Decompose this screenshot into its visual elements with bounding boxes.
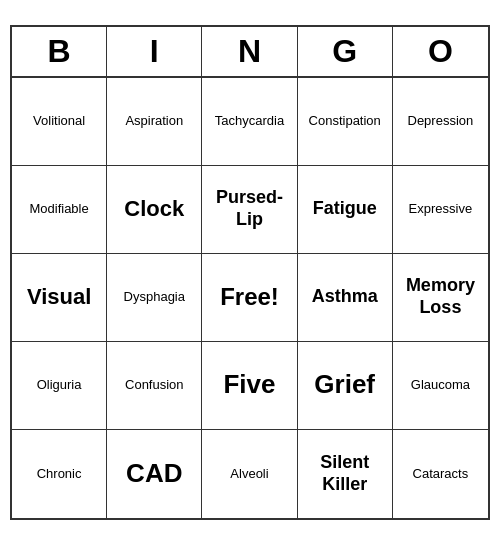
cell-text: Memory Loss xyxy=(397,275,484,318)
cell-text: Grief xyxy=(314,369,375,400)
bingo-cell: Alveoli xyxy=(202,430,297,518)
cell-text: CAD xyxy=(126,458,182,489)
cell-text: Chronic xyxy=(37,466,82,482)
bingo-cell: Dysphagia xyxy=(107,254,202,342)
cell-text: Five xyxy=(223,369,275,400)
bingo-cell: Cataracts xyxy=(393,430,488,518)
cell-text: Confusion xyxy=(125,377,184,393)
bingo-cell: Modifiable xyxy=(12,166,107,254)
bingo-cell: Grief xyxy=(298,342,393,430)
cell-text: Tachycardia xyxy=(215,113,284,129)
bingo-header: BINGO xyxy=(12,27,488,78)
header-letter: B xyxy=(12,27,107,76)
cell-text: Aspiration xyxy=(125,113,183,129)
cell-text: Visual xyxy=(27,284,91,310)
bingo-cell: Confusion xyxy=(107,342,202,430)
bingo-cell: Memory Loss xyxy=(393,254,488,342)
cell-text: Fatigue xyxy=(313,198,377,220)
bingo-cell: Pursed-Lip xyxy=(202,166,297,254)
header-letter: G xyxy=(298,27,393,76)
bingo-card: BINGO VolitionalAspirationTachycardiaCon… xyxy=(10,25,490,520)
bingo-cell: Depression xyxy=(393,78,488,166)
cell-text: Glaucoma xyxy=(411,377,470,393)
header-letter: I xyxy=(107,27,202,76)
bingo-cell: Volitional xyxy=(12,78,107,166)
header-letter: O xyxy=(393,27,488,76)
bingo-cell: Fatigue xyxy=(298,166,393,254)
cell-text: Oliguria xyxy=(37,377,82,393)
bingo-cell: Glaucoma xyxy=(393,342,488,430)
cell-text: Constipation xyxy=(309,113,381,129)
cell-text: Asthma xyxy=(312,286,378,308)
bingo-cell: Chronic xyxy=(12,430,107,518)
cell-text: Dysphagia xyxy=(124,289,185,305)
cell-text: Clock xyxy=(124,196,184,222)
bingo-cell: Expressive xyxy=(393,166,488,254)
bingo-cell: Clock xyxy=(107,166,202,254)
bingo-cell: Aspiration xyxy=(107,78,202,166)
bingo-cell: Free! xyxy=(202,254,297,342)
cell-text: Volitional xyxy=(33,113,85,129)
bingo-cell: Tachycardia xyxy=(202,78,297,166)
cell-text: Depression xyxy=(408,113,474,129)
bingo-cell: Visual xyxy=(12,254,107,342)
cell-text: Alveoli xyxy=(230,466,268,482)
bingo-cell: Five xyxy=(202,342,297,430)
cell-text: Expressive xyxy=(409,201,473,217)
bingo-cell: Asthma xyxy=(298,254,393,342)
bingo-grid: VolitionalAspirationTachycardiaConstipat… xyxy=(12,78,488,518)
bingo-cell: Constipation xyxy=(298,78,393,166)
bingo-cell: Oliguria xyxy=(12,342,107,430)
cell-text: Modifiable xyxy=(29,201,88,217)
bingo-cell: CAD xyxy=(107,430,202,518)
cell-text: Pursed-Lip xyxy=(206,187,292,230)
bingo-cell: Silent Killer xyxy=(298,430,393,518)
header-letter: N xyxy=(202,27,297,76)
cell-text: Free! xyxy=(220,283,279,312)
cell-text: Silent Killer xyxy=(302,452,388,495)
cell-text: Cataracts xyxy=(413,466,469,482)
